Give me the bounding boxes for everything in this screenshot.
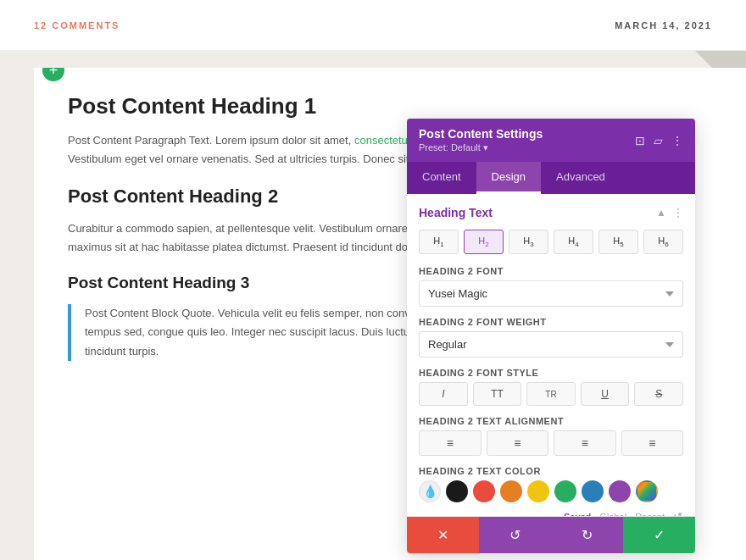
tt-button[interactable]: TT [473, 382, 522, 406]
settings-panel: Post Content Settings Preset: Default ▾ … [407, 119, 695, 553]
tab-advanced[interactable]: Advanced [541, 162, 621, 194]
font-weight-select[interactable]: Regular Bold Light [419, 331, 683, 358]
color-yellow[interactable] [527, 480, 549, 502]
font-style-group: Heading 2 Font Style I TT Tr U S [419, 368, 683, 406]
eyedropper-button[interactable]: 💧 [419, 480, 441, 502]
section-header: Heading Text ▲ ⋮ [419, 206, 683, 219]
fullscreen-icon[interactable]: ⊡ [635, 134, 645, 147]
more-colors-button[interactable]: ··· [419, 509, 439, 516]
align-buttons: ≡ ≡ ≡ ≡ [419, 430, 683, 456]
redo-button[interactable]: ↻ [551, 517, 623, 553]
color-black[interactable] [446, 480, 468, 502]
tab-content[interactable]: Content [407, 162, 476, 194]
h5-button[interactable]: H5 [598, 230, 638, 254]
color-purple[interactable] [609, 480, 631, 502]
style-buttons: I TT Tr U S [419, 382, 683, 406]
cancel-button[interactable]: ✕ [407, 517, 479, 553]
panel-title: Post Content Settings [419, 127, 543, 141]
recent-tab[interactable]: Recent [635, 512, 665, 516]
color-orange[interactable] [500, 480, 522, 502]
comments-label: 12 COMMENTS [34, 20, 120, 30]
color-swatches: 💧 [419, 480, 683, 502]
more-icon[interactable]: ⋮ [671, 134, 683, 147]
add-button[interactable]: + [42, 68, 64, 81]
align-justify-button[interactable]: ≡ [621, 430, 684, 456]
panel-preset[interactable]: Preset: Default ▾ [419, 142, 543, 153]
align-right-button[interactable]: ≡ [554, 430, 616, 456]
saved-tab[interactable]: Saved [564, 512, 591, 516]
section-more-icon[interactable]: ⋮ [673, 207, 683, 219]
reset-color-button[interactable]: ↺ [673, 510, 683, 516]
color-tabs: Saved Global Recent ↺ [564, 510, 683, 516]
font-label: Heading 2 Font [419, 266, 683, 276]
color-group: Heading 2 Text Color 💧 ··· Saved [419, 466, 683, 516]
h4-button[interactable]: H4 [554, 230, 593, 254]
font-style-label: Heading 2 Font Style [419, 368, 683, 378]
font-weight-group: Heading 2 Font Weight Regular Bold Light [419, 317, 683, 358]
global-tab[interactable]: Global [599, 512, 626, 516]
color-blue[interactable] [582, 480, 604, 502]
date-label: MARCH 14, 2021 [615, 20, 712, 30]
section-header-icons: ▲ ⋮ [656, 207, 683, 219]
color-gradient[interactable] [636, 480, 658, 502]
panel-tabs: Content Design Advanced [407, 162, 695, 194]
underline-button[interactable]: U [581, 382, 630, 406]
top-bar: 12 COMMENTS MARCH 14, 2021 [0, 0, 746, 51]
font-select[interactable]: Yusei Magic Arial Georgia [419, 280, 683, 307]
panel-header-icons: ⊡ ▱ ⋮ [635, 134, 683, 147]
section-title: Heading Text [419, 206, 493, 219]
h1-button[interactable]: H1 [419, 230, 459, 254]
heading-buttons: H1 H2 H3 H4 H5 H6 [419, 230, 683, 254]
uppercase-button[interactable]: Tr [526, 382, 576, 406]
color-label: Heading 2 Text Color [419, 466, 683, 476]
color-green[interactable] [554, 480, 576, 502]
panel-header: Post Content Settings Preset: Default ▾ … [407, 119, 695, 162]
h2-button[interactable]: H2 [464, 230, 504, 254]
panel-header-left: Post Content Settings Preset: Default ▾ [419, 127, 543, 153]
align-left-button[interactable]: ≡ [419, 430, 482, 456]
alignment-label: Heading 2 Text Alignment [419, 416, 683, 426]
h6-button[interactable]: H6 [643, 230, 683, 254]
align-center-button[interactable]: ≡ [487, 430, 549, 456]
h3-button[interactable]: H3 [509, 230, 548, 254]
main-area: + Post Content Heading 1 Post Content Pa… [0, 51, 746, 560]
save-button[interactable]: ✓ [623, 517, 695, 553]
font-group: Heading 2 Font Yusei Magic Arial Georgia [419, 266, 683, 307]
alignment-group: Heading 2 Text Alignment ≡ ≡ ≡ ≡ [419, 416, 683, 456]
collapse-icon[interactable]: ▲ [656, 207, 666, 219]
undo-button[interactable]: ↺ [479, 517, 551, 553]
color-red[interactable] [473, 480, 495, 502]
italic-button[interactable]: I [419, 382, 468, 406]
tab-design[interactable]: Design [476, 162, 541, 194]
post-heading-1: Post Content Heading 1 [68, 93, 712, 119]
font-weight-label: Heading 2 Font Weight [419, 317, 683, 327]
strikethrough-button[interactable]: S [634, 382, 683, 406]
panel-actions: ✕ ↺ ↻ ✓ [407, 516, 695, 553]
layout-icon[interactable]: ▱ [654, 134, 663, 147]
panel-body: Heading Text ▲ ⋮ H1 H2 H3 H4 H5 H6 Headi… [407, 194, 695, 516]
